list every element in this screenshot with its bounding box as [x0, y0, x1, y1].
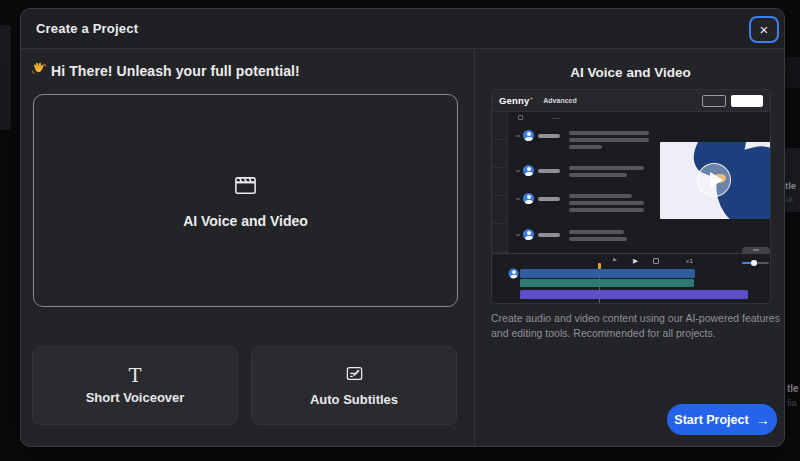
timeline-play-icon: ▶ [633, 257, 638, 265]
ai-voice-video-label: AI Voice and Video [183, 213, 308, 229]
timeline-speed-label: x1 [686, 258, 693, 264]
row-handle [516, 170, 520, 172]
project-detail-panel: AI Voice and Video Genny+ Advanced [475, 49, 786, 447]
subtitles-edit-icon [345, 364, 364, 387]
preview-editor-area [492, 112, 770, 255]
music-track [520, 279, 694, 287]
short-voiceover-card[interactable]: T Short Voiceover [32, 346, 238, 425]
modal-title: Create a Project [36, 21, 138, 36]
app-screen: tle ia tle fia Create a Project × [0, 0, 800, 461]
preview-topbar: Genny+ Advanced [492, 90, 770, 112]
background-text-fragment: ia [786, 194, 793, 204]
speaker-name-bar [538, 233, 560, 237]
auto-subtitles-label: Auto Subtitles [310, 392, 398, 407]
logo-mark: + [530, 95, 534, 101]
project-type-panel: Hi There! Unleash your full potential! A… [21, 49, 475, 447]
greeting-text: Hi There! Unleash your full potential! [51, 63, 300, 79]
speaker-avatar [523, 165, 534, 176]
timeline-drag-handle [742, 247, 770, 254]
project-description: Create audio and video content using our… [491, 311, 791, 340]
genny-app-preview: Genny+ Advanced [491, 89, 771, 304]
detail-title: AI Voice and Video [475, 65, 786, 80]
advanced-mode-label: Advanced [543, 97, 576, 104]
preview-primary-button [731, 95, 763, 107]
arrow-right-icon: → [756, 413, 770, 427]
preview-timeline: ▶ x1 [492, 253, 770, 303]
modal-header: Create a Project × [21, 9, 784, 49]
start-project-label: Start Project [674, 413, 748, 427]
preview-outline-button [702, 95, 726, 107]
preview-toolbar-dash [552, 118, 560, 119]
preview-sidebar [492, 112, 508, 255]
greeting: Hi There! Unleash your full potential! [31, 61, 300, 81]
timeline-zoom-slider [742, 262, 769, 264]
text-line-bar [569, 166, 644, 170]
text-line-bar [569, 230, 624, 234]
timeline-cursor-icon [612, 257, 617, 262]
row-handle [516, 135, 520, 137]
row-handle [516, 198, 520, 200]
background-text-fragment: tle [785, 180, 796, 191]
create-project-modal: Create a Project × Hi There! Unleash you… [20, 8, 785, 447]
short-voiceover-label: Short Voiceover [86, 390, 185, 405]
timeline-speaker-avatar [509, 269, 519, 279]
timeline-edit-icon [653, 258, 659, 264]
speaker-name-bar [538, 197, 560, 201]
text-line-bar [569, 138, 649, 142]
modal-body: Hi There! Unleash your full potential! A… [21, 49, 784, 447]
text-line-bar [569, 194, 632, 198]
speaker-avatar [523, 193, 534, 204]
slider-knob [751, 260, 757, 266]
text-line-bar [569, 131, 649, 135]
waving-hand-icon [31, 61, 47, 81]
preview-toolbar-icon [518, 115, 523, 120]
speaker-avatar [523, 130, 534, 141]
background-text-fragment: tle [787, 383, 799, 394]
start-project-button[interactable]: Start Project → [667, 404, 777, 435]
preview-video-panel [660, 142, 771, 219]
auto-subtitles-card[interactable]: Auto Subtitles [251, 346, 457, 425]
background-sidebar-sliver [0, 25, 11, 130]
text-line-bar [569, 237, 627, 241]
text-t-icon: T [129, 366, 142, 385]
video-track [520, 290, 748, 299]
ai-voice-video-card[interactable]: AI Voice and Video [33, 94, 458, 307]
speaker-name-bar [538, 134, 560, 138]
background-text-fragment: fia [787, 398, 797, 408]
text-line-bar [569, 208, 644, 212]
clapperboard-icon [233, 173, 258, 202]
row-handle [516, 234, 520, 236]
voice-track [520, 269, 695, 278]
text-line-bar [569, 173, 627, 177]
text-line-bar [569, 201, 644, 205]
text-line-bar [569, 145, 602, 149]
genny-logo: Genny+ [499, 95, 533, 106]
speaker-avatar [523, 229, 534, 240]
video-play-icon [710, 172, 723, 188]
close-button[interactable]: × [749, 16, 779, 43]
speaker-name-bar [538, 169, 560, 173]
